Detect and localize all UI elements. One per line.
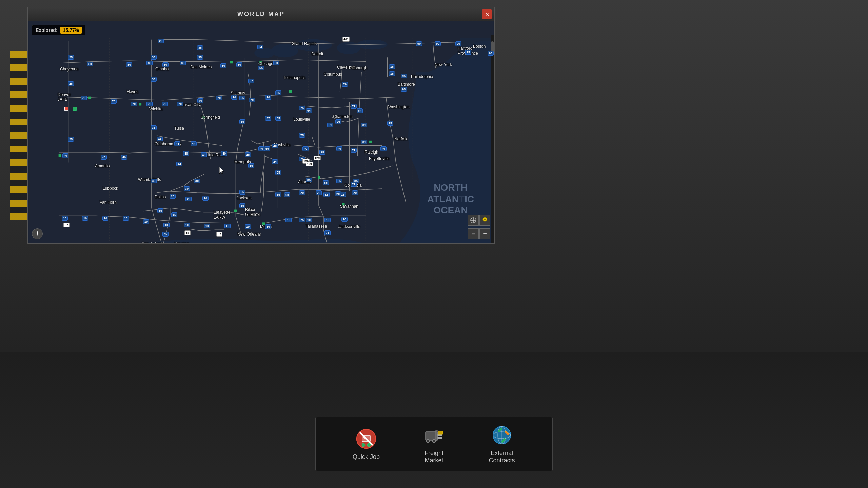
svg-rect-16	[342, 203, 345, 206]
svg-point-27	[484, 219, 486, 220]
quick-job-label: Quick Job	[353, 453, 380, 461]
svg-point-4	[295, 39, 332, 52]
svg-rect-14	[289, 90, 292, 93]
svg-point-33	[367, 443, 371, 447]
map-zoom-in-button[interactable]: +	[479, 228, 490, 239]
map-info-button[interactable]: i	[32, 228, 43, 239]
garage-stripe	[10, 51, 27, 220]
external-contracts-label: ExternalContracts	[489, 450, 515, 464]
svg-point-39	[432, 439, 436, 443]
svg-rect-20	[262, 222, 265, 225]
freight-market-button[interactable]: FreightMarket	[400, 420, 468, 468]
svg-rect-40	[438, 431, 443, 434]
map-nav-controls	[468, 215, 490, 226]
map-window: WORLD MAP ✕	[27, 7, 495, 244]
svg-rect-9	[65, 107, 68, 110]
svg-rect-19	[234, 210, 237, 212]
map-scrollbar-thumb	[491, 41, 494, 55]
svg-rect-18	[59, 154, 61, 157]
explored-label: Explored:	[36, 27, 58, 33]
svg-rect-31	[362, 435, 370, 442]
explored-badge: Explored: 15.77%	[32, 25, 85, 35]
svg-rect-12	[230, 61, 233, 63]
svg-rect-37	[436, 430, 437, 440]
freight-market-label: FreightMarket	[425, 450, 443, 464]
external-contracts-button[interactable]: ExternalContracts	[468, 420, 536, 468]
map-pin-button[interactable]	[479, 215, 490, 226]
svg-rect-35	[437, 434, 442, 436]
svg-point-5	[254, 48, 275, 58]
map-controls: − +	[468, 215, 490, 239]
map-canvas[interactable]: CheyenneDenverJAFBHayesOmahaDes MoinesCh…	[28, 21, 494, 243]
svg-rect-15	[318, 176, 320, 179]
map-zoom-out-button[interactable]: −	[468, 228, 479, 239]
bottom-toolbar: Quick Job FreightMarket	[315, 417, 553, 471]
quick-job-button[interactable]: Quick Job	[332, 420, 400, 468]
map-pan-button[interactable]	[468, 215, 479, 226]
svg-point-3	[271, 44, 298, 58]
svg-point-32	[362, 443, 365, 447]
map-zoom-controls: − +	[468, 228, 490, 239]
freight-market-icon	[422, 424, 446, 447]
explored-value: 15.77%	[60, 27, 82, 34]
map-svg	[28, 21, 494, 243]
external-contracts-icon	[490, 424, 514, 447]
quick-job-icon	[354, 427, 378, 451]
map-scrollbar[interactable]	[491, 35, 494, 243]
svg-rect-21	[88, 97, 91, 99]
svg-rect-10	[139, 103, 141, 106]
map-titlebar: WORLD MAP ✕	[28, 7, 494, 21]
svg-rect-8	[73, 107, 76, 110]
map-close-button[interactable]: ✕	[482, 9, 492, 19]
svg-point-38	[426, 439, 430, 443]
svg-point-6	[337, 42, 361, 54]
svg-rect-11	[202, 116, 205, 119]
svg-rect-13	[259, 61, 262, 63]
svg-rect-36	[437, 437, 442, 439]
map-title: WORLD MAP	[237, 11, 285, 18]
svg-rect-17	[369, 141, 372, 143]
